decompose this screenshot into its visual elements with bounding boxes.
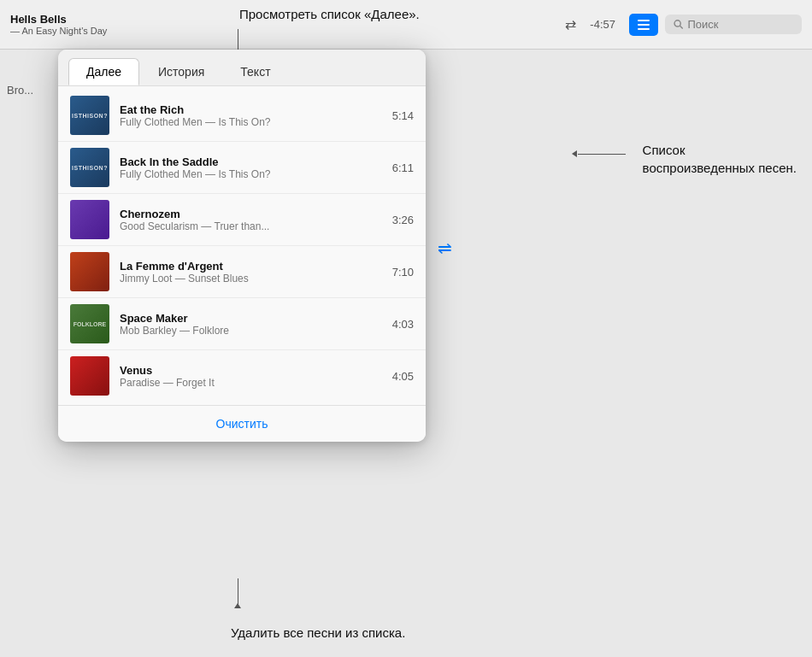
clear-button[interactable]: Очистить (216, 417, 268, 431)
queue-icon (637, 18, 650, 32)
song-duration-3: 3:26 (392, 214, 414, 226)
list-item[interactable]: Chernozem Good Secularism — Truer than..… (58, 193, 426, 245)
album-art-5: FOLKLORE (70, 304, 109, 343)
song-duration-1: 5:14 (392, 109, 414, 122)
album-art-1: ISTHISON? (70, 96, 109, 135)
svg-rect-1 (638, 24, 650, 26)
song-duration-2: 6:11 (392, 161, 414, 174)
callout-bottom-arrow (234, 603, 241, 608)
callout-right-arrow (572, 150, 577, 157)
callout-bottom: Удалить все песни из списка. (231, 624, 405, 642)
callout-top: Просмотреть список «Далее». (239, 5, 420, 23)
tabs-bar: Далее История Текст (58, 50, 426, 86)
list-item[interactable]: Venus Paradise — Forget It 4:05 (58, 349, 426, 402)
svg-point-3 (674, 21, 680, 26)
song-list: ISTHISON? Eat the Rich Fully Clothed Men… (58, 86, 426, 405)
time-display: -4:57 (583, 18, 615, 31)
repeat-icon[interactable]: ⇄ (565, 16, 576, 32)
list-item[interactable]: ISTHISON? Back In the Saddle Fully Cloth… (58, 141, 426, 193)
callout-bottom-line-top (238, 578, 238, 606)
list-item[interactable]: FOLKLORE Space Maker Mob Barkley — Folkl… (58, 297, 426, 349)
shuffle-icon[interactable]: ⇌ (438, 238, 452, 258)
song-artist-3: Good Secularism — Truer than... (120, 220, 382, 232)
clear-section: Очистить (58, 405, 426, 442)
song-duration-6: 4:05 (392, 370, 414, 383)
song-info-6: Venus Paradise — Forget It (120, 364, 382, 389)
song-duration-4: 7:10 (392, 266, 414, 279)
song-info-1: Eat the Rich Fully Clothed Men — Is This… (120, 103, 382, 128)
search-input[interactable] (687, 18, 793, 31)
album-art-2: ISTHISON? (70, 148, 109, 187)
tab-next[interactable]: Далее (68, 58, 139, 85)
song-info-3: Chernozem Good Secularism — Truer than..… (120, 208, 382, 232)
svg-line-4 (680, 26, 683, 28)
popup-panel: Далее История Текст ISTHISON? Eat the Ri… (58, 50, 426, 442)
song-artist-1: Fully Clothed Men — Is This On? (120, 116, 382, 128)
now-playing-album: — An Easy Night's Day (10, 26, 558, 36)
svg-rect-2 (638, 28, 650, 30)
queue-button[interactable] (629, 14, 658, 36)
song-duration-5: 4:03 (392, 318, 414, 331)
song-artist-4: Jimmy Loot — Sunset Blues (120, 273, 382, 285)
callout-right: Список воспроизведенных песен. (643, 141, 797, 177)
list-item[interactable]: ISTHISON? Eat the Rich Fully Clothed Men… (58, 90, 426, 141)
sidebar-browse-label: Bro... (7, 84, 33, 97)
song-title-3: Chernozem (120, 208, 382, 220)
song-info-5: Space Maker Mob Barkley — Folklore (120, 312, 382, 337)
callout-top-line (238, 29, 238, 51)
song-artist-6: Paradise — Forget It (120, 377, 382, 389)
song-title-5: Space Maker (120, 312, 382, 325)
album-art-4 (70, 252, 109, 291)
svg-rect-0 (638, 20, 650, 21)
search-icon (674, 19, 683, 30)
song-title-4: La Femme d'Argent (120, 260, 382, 273)
song-info-4: La Femme d'Argent Jimmy Loot — Sunset Bl… (120, 260, 382, 285)
tab-history[interactable]: История (141, 58, 221, 85)
song-title-1: Eat the Rich (120, 103, 382, 116)
album-art-6 (70, 356, 109, 396)
search-bar[interactable] (665, 15, 802, 34)
callout-right-line (578, 154, 626, 155)
song-artist-2: Fully Clothed Men — Is This On? (120, 168, 382, 180)
song-info-2: Back In the Saddle Fully Clothed Men — I… (120, 155, 382, 180)
list-item[interactable]: La Femme d'Argent Jimmy Loot — Sunset Bl… (58, 245, 426, 297)
tab-lyrics[interactable]: Текст (223, 58, 287, 85)
song-artist-5: Mob Barkley — Folklore (120, 325, 382, 337)
song-title-2: Back In the Saddle (120, 155, 382, 168)
song-title-6: Venus (120, 364, 382, 377)
album-art-3 (70, 200, 109, 239)
